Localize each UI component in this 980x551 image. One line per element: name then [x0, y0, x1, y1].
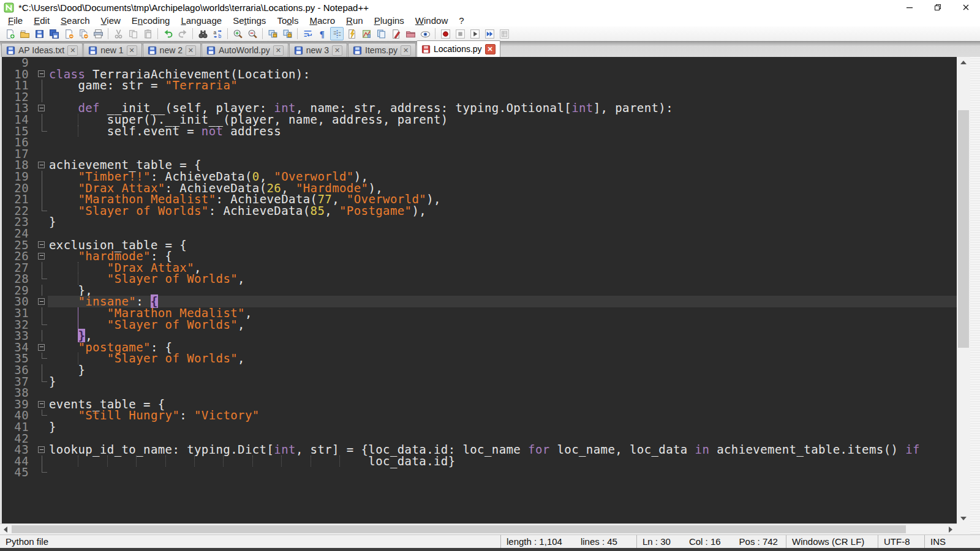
cut-icon[interactable]	[111, 27, 125, 40]
line-number: 43	[2, 444, 36, 455]
window-bottom-border	[0, 548, 980, 551]
title-bar: *C:\Users\Dood\Documents\tmp\Archipelago…	[0, 0, 980, 15]
line-number: 21	[2, 193, 36, 205]
svg-text:¶: ¶	[319, 29, 324, 39]
word-wrap-icon[interactable]	[301, 27, 314, 40]
tab-autoworld-py[interactable]: AutoWorld.py✕	[202, 43, 288, 57]
macro-save-icon[interactable]	[497, 27, 511, 40]
menu-search[interactable]: Search	[55, 15, 96, 26]
tab-close-icon[interactable]: ✕	[401, 45, 411, 56]
fold-collapse-icon[interactable]	[36, 69, 48, 80]
new-file-icon[interactable]	[3, 27, 17, 40]
close-icon[interactable]	[62, 27, 75, 40]
macro-run-multiple-icon[interactable]	[483, 27, 496, 40]
redo-icon[interactable]	[176, 27, 189, 40]
print-icon[interactable]	[91, 27, 105, 40]
function-list-icon[interactable]	[345, 27, 358, 40]
tab-ap-ideas-txt[interactable]: AP Ideas.txt✕	[1, 43, 83, 57]
close-window-button[interactable]	[952, 0, 980, 15]
save-all-icon[interactable]	[47, 27, 61, 40]
fold-collapse-icon[interactable]	[36, 102, 48, 114]
indent-guide	[281, 455, 282, 467]
code-text: "Slayer of Worlds",	[48, 273, 957, 285]
menu-macro[interactable]: Macro	[304, 15, 341, 26]
fold-collapse-icon[interactable]	[36, 239, 48, 251]
indent-guide	[78, 455, 78, 467]
vertical-scrollbar[interactable]	[957, 57, 970, 523]
menu-bar: FileEditSearchViewEncodingLanguageSettin…	[0, 15, 980, 26]
document-list-icon[interactable]	[374, 27, 388, 40]
menu-settings[interactable]: Settings	[227, 15, 271, 26]
fold-collapse-icon[interactable]	[36, 159, 48, 171]
copy-icon[interactable]	[126, 27, 140, 40]
undo-icon[interactable]	[161, 27, 175, 40]
menu-view[interactable]: View	[96, 15, 126, 26]
scroll-right-arrow-icon[interactable]	[945, 524, 956, 534]
menu-language[interactable]: Language	[175, 15, 227, 26]
tab-new-3[interactable]: new 3✕	[289, 43, 347, 57]
paste-icon[interactable]	[141, 27, 154, 40]
tab-close-icon[interactable]: ✕	[485, 44, 496, 54]
code-editor[interactable]: 910class TerrariaAchievement(Location):1…	[2, 57, 957, 523]
menu-encoding[interactable]: Encoding	[126, 15, 176, 26]
minimize-button[interactable]	[895, 0, 924, 15]
tab-close-icon[interactable]: ✕	[332, 45, 342, 56]
fold-collapse-icon[interactable]	[36, 444, 48, 455]
replace-icon[interactable]: ab	[211, 27, 224, 40]
sync-horizontal-icon[interactable]	[281, 27, 294, 40]
scroll-up-arrow-icon[interactable]	[957, 57, 970, 67]
zoom-out-icon[interactable]	[246, 27, 259, 40]
close-all-icon[interactable]	[77, 27, 90, 40]
menu-plugins[interactable]: Plugins	[369, 15, 410, 26]
fold-margin	[36, 421, 48, 433]
vertical-scroll-thumb[interactable]	[958, 110, 969, 348]
menu-run[interactable]: Run	[341, 15, 369, 26]
status-length-lines: length : 1,104 lines : 45	[501, 535, 637, 548]
show-all-characters-icon[interactable]: ¶	[315, 27, 329, 40]
fold-collapse-icon[interactable]	[36, 250, 48, 262]
macro-play-icon[interactable]	[468, 27, 481, 40]
document-map-icon[interactable]	[360, 27, 373, 40]
fold-collapse-icon[interactable]	[36, 342, 48, 353]
line-number: 11	[2, 80, 36, 91]
save-icon[interactable]	[32, 27, 46, 40]
open-file-icon[interactable]	[18, 27, 31, 40]
folder-workspace-icon[interactable]	[404, 27, 417, 40]
horizontal-scrollbar[interactable]	[0, 523, 957, 534]
tab-close-icon[interactable]: ✕	[127, 45, 137, 56]
macro-record-icon[interactable]	[439, 27, 452, 40]
fold-collapse-icon[interactable]	[36, 399, 48, 410]
macro-stop-icon[interactable]	[453, 27, 467, 40]
tab-close-icon[interactable]: ✕	[67, 45, 78, 56]
tab-close-icon[interactable]: ✕	[273, 45, 284, 56]
menu-window[interactable]: Window	[410, 15, 453, 26]
indent-guide-icon[interactable]	[330, 27, 344, 40]
tab-new-1[interactable]: new 1✕	[83, 43, 141, 57]
scroll-left-arrow-icon[interactable]	[0, 524, 10, 534]
menu-file[interactable]: File	[2, 15, 28, 26]
saved-file-icon	[6, 46, 15, 55]
zoom-in-icon[interactable]	[231, 27, 244, 40]
menu-tools[interactable]: Tools	[271, 15, 304, 26]
monitoring-eye-icon[interactable]	[418, 27, 432, 40]
code-text: exclusion_table = {	[48, 239, 957, 251]
line-number: 14	[2, 114, 36, 126]
tab-items-py[interactable]: Items.py✕	[348, 43, 416, 57]
tab-close-icon[interactable]: ✕	[186, 45, 196, 56]
sync-vertical-icon[interactable]	[266, 27, 279, 40]
scroll-down-arrow-icon[interactable]	[957, 513, 970, 523]
scrollbar-corner	[957, 523, 970, 534]
find-icon[interactable]	[196, 27, 209, 40]
restore-button[interactable]	[924, 0, 952, 15]
fold-collapse-icon[interactable]	[36, 296, 48, 307]
tab-label: new 2	[160, 45, 183, 55]
menu-[interactable]: ?	[453, 15, 469, 26]
horizontal-scroll-thumb[interactable]	[12, 525, 906, 533]
line-number: 45	[2, 467, 36, 478]
menu-edit[interactable]: Edit	[28, 15, 55, 26]
edit-pen-icon[interactable]	[389, 27, 402, 40]
code-line: 36 }	[2, 364, 957, 376]
tab-locations-py[interactable]: Locations.py✕	[417, 40, 500, 57]
tab-new-2[interactable]: new 2✕	[143, 43, 201, 57]
indent-guide	[165, 455, 166, 467]
